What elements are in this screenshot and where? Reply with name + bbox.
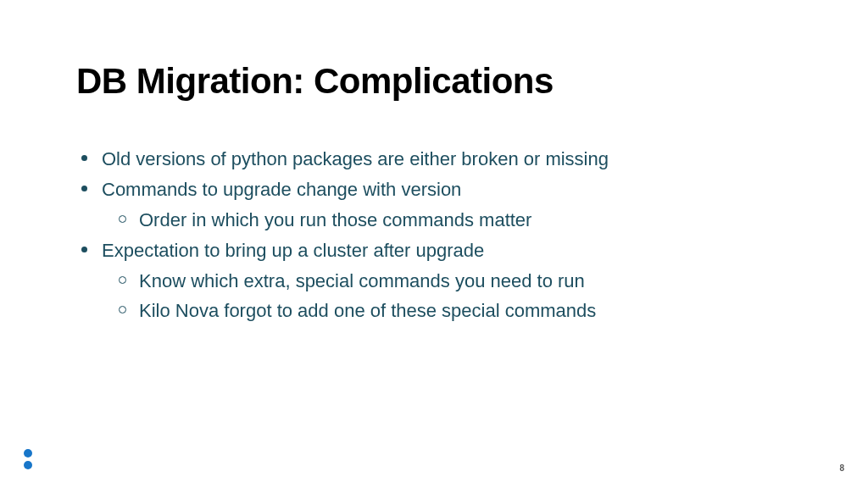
bullet-text: Kilo Nova forgot to add one of these spe… [139, 300, 596, 321]
logo-dot [24, 461, 32, 469]
list-item: Old versions of python packages are eith… [102, 146, 792, 173]
bullet-list: Old versions of python packages are eith… [76, 146, 792, 324]
logo-dot [24, 449, 32, 458]
slide: DB Migration: Complications Old versions… [0, 0, 868, 488]
bullet-text: Old versions of python packages are eith… [102, 148, 609, 169]
list-item: Expectation to bring up a cluster after … [102, 237, 792, 325]
list-item: Order in which you run those commands ma… [139, 207, 792, 234]
sub-bullet-list: Know which extra, special commands you n… [102, 268, 792, 325]
bullet-text: Expectation to bring up a cluster after … [102, 240, 484, 261]
bullet-text: Know which extra, special commands you n… [139, 270, 585, 291]
sub-bullet-list: Order in which you run those commands ma… [102, 207, 792, 234]
slide-body: Old versions of python packages are eith… [76, 146, 792, 324]
list-item: Kilo Nova forgot to add one of these spe… [139, 297, 792, 324]
slide-title: DB Migration: Complications [76, 61, 792, 102]
bullet-text: Commands to upgrade change with version [102, 179, 461, 200]
list-item: Commands to upgrade change with version … [102, 176, 792, 234]
list-item: Know which extra, special commands you n… [139, 268, 792, 295]
page-number: 8 [839, 463, 844, 473]
bullet-text: Order in which you run those commands ma… [139, 209, 531, 230]
logo-icon [24, 449, 34, 471]
